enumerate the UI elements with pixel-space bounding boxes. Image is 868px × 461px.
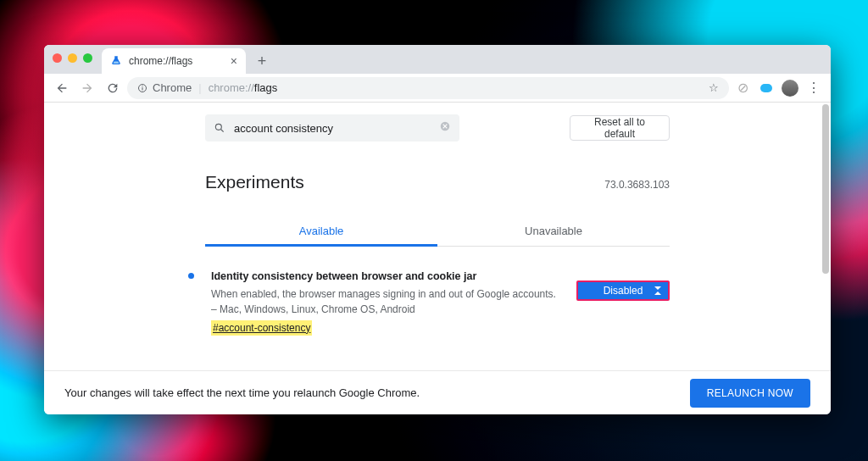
new-tab-button[interactable]: + [251, 50, 273, 72]
profile-avatar[interactable] [780, 78, 800, 98]
svg-rect-2 [142, 86, 143, 86]
window-controls [53, 53, 92, 63]
search-input[interactable] [234, 122, 431, 135]
tabs: Available Unavailable [205, 216, 670, 247]
security-label: Chrome [153, 81, 192, 94]
tab-unavailable[interactable]: Unavailable [437, 216, 670, 246]
footer-message: Your changes will take effect the next t… [64, 386, 420, 399]
menu-button[interactable]: ⋮ [804, 78, 824, 98]
svg-line-4 [221, 130, 224, 132]
scrollbar[interactable] [822, 104, 829, 274]
browser-window: chrome://flags × + Chrome | chrome://fla… [44, 45, 831, 414]
close-window-button[interactable] [53, 53, 62, 63]
flag-description: When enabled, the browser manages signin… [211, 286, 559, 317]
tab-title: chrome://flags [129, 55, 192, 67]
url-text: chrome://flags [209, 81, 278, 94]
browser-tab[interactable]: chrome://flags × [102, 48, 246, 74]
page-content: Reset all to default Experiments 73.0.36… [44, 103, 831, 414]
dropdown-value: Disabled [604, 285, 643, 297]
relaunch-button[interactable]: RELAUNCH NOW [690, 379, 810, 408]
svg-rect-1 [142, 87, 143, 91]
extension-cloud-icon[interactable] [756, 78, 776, 98]
minimize-window-button[interactable] [68, 53, 77, 63]
flag-search-box[interactable] [205, 114, 459, 142]
flag-item: Identity consistency between browser and… [188, 269, 670, 336]
version-label: 73.0.3683.103 [604, 179, 670, 191]
tab-available[interactable]: Available [205, 216, 437, 246]
bookmark-star-icon[interactable]: ☆ [709, 81, 719, 94]
maximize-window-button[interactable] [83, 53, 92, 63]
info-icon [137, 83, 147, 93]
security-chip: Chrome [137, 81, 192, 94]
page-title: Experiments [205, 172, 304, 192]
clear-search-icon[interactable] [439, 120, 451, 136]
flag-hash-link[interactable]: #account-consistency [211, 320, 312, 336]
reload-button[interactable] [102, 77, 124, 99]
relaunch-footer: Your changes will take effect the next t… [44, 370, 831, 414]
flag-dropdown[interactable]: Disabled [576, 280, 670, 301]
reset-button[interactable]: Reset all to default [570, 115, 670, 141]
search-icon [214, 122, 225, 134]
flag-title: Identity consistency between browser and… [211, 269, 559, 285]
address-bar[interactable]: Chrome | chrome://flags ☆ [127, 77, 729, 99]
modified-indicator-icon [188, 273, 194, 279]
back-button[interactable] [51, 77, 73, 99]
tab-strip: chrome://flags × + [44, 45, 831, 74]
close-tab-icon[interactable]: × [231, 55, 237, 67]
svg-point-3 [215, 124, 221, 130]
extension-eye-icon[interactable]: ⊘ [732, 78, 753, 98]
flask-icon [110, 55, 122, 67]
toolbar: Chrome | chrome://flags ☆ ⊘ ⋮ [44, 74, 831, 103]
forward-button[interactable] [76, 77, 98, 99]
